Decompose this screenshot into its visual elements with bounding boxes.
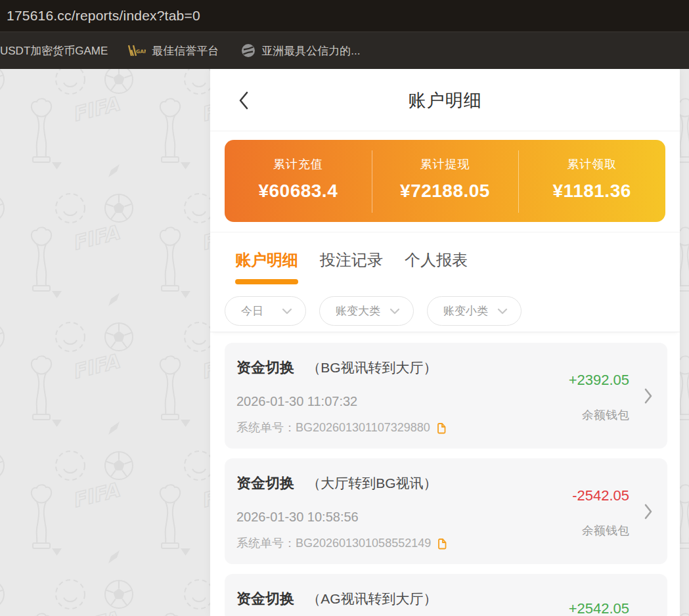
summary-label: 累计提现 bbox=[420, 156, 470, 172]
record-subtitle: （大厅转到BG视讯） bbox=[307, 475, 437, 491]
bookmark-label: USDT加密货币GAME bbox=[0, 43, 108, 58]
tabs-row: 账户明细 投注记录 个人报表 bbox=[210, 232, 680, 289]
record-type: 资金切换 bbox=[236, 475, 294, 491]
record-row[interactable]: 资金切换 （大厅转到BG视讯） 2026-01-30 10:58:56 系统单号… bbox=[225, 458, 667, 564]
summary-section: 累计充值 ¥60683.4 累计提现 ¥72188.05 累计领取 ¥1181.… bbox=[210, 131, 680, 232]
filter-change-minor-dropdown[interactable]: 账变小类 bbox=[427, 296, 522, 326]
summary-total-deposit: 累计充值 ¥60683.4 bbox=[225, 140, 372, 222]
record-wallet: 余额钱包 bbox=[572, 523, 629, 539]
record-title-row: 资金切换 （大厅转到BG视讯） bbox=[236, 474, 569, 493]
record-subtitle: （BG视讯转到大厅） bbox=[307, 360, 437, 375]
record-title-row: 资金切换 （BG视讯转到大厅） bbox=[236, 359, 569, 377]
bookmark-label: 最佳信誉平台 bbox=[152, 43, 219, 58]
bookmarks-bar: USDT加密货币GAME GAME 最佳信誉平台 亚洲最具公信力的... bbox=[0, 32, 689, 69]
browser-url-bar[interactable]: 175616.cc/reports/index?tab=0 bbox=[0, 0, 689, 32]
order-number: BG202601301107329880 bbox=[296, 420, 430, 435]
record-amount-block: +2392.05 余额钱包 bbox=[569, 372, 629, 423]
record-row[interactable]: 资金切换 （AG视讯转到大厅） +2542.05 bbox=[225, 574, 667, 616]
tab-account-detail[interactable]: 账户明细 bbox=[235, 250, 298, 289]
tab-personal-report[interactable]: 个人报表 bbox=[405, 250, 468, 289]
record-amount: -2542.05 bbox=[572, 487, 629, 504]
chevron-down-icon bbox=[389, 308, 400, 315]
chevron-right-icon bbox=[644, 387, 653, 405]
filter-label: 账变大类 bbox=[336, 303, 380, 319]
record-order-row: 系统单号： BG202601301058552149 bbox=[236, 535, 569, 551]
filter-label: 今日 bbox=[241, 303, 263, 319]
tab-label: 投注记录 bbox=[320, 250, 383, 271]
order-label: 系统单号： bbox=[236, 535, 296, 551]
gold-game-logo-icon: GAME bbox=[127, 44, 146, 57]
tab-label: 个人报表 bbox=[405, 250, 468, 271]
chevron-down-icon bbox=[497, 308, 508, 315]
summary-value: ¥72188.05 bbox=[400, 181, 490, 202]
record-title-row: 资金切换 （AG视讯转到大厅） bbox=[236, 590, 569, 608]
order-number: BG202601301058552149 bbox=[296, 535, 431, 551]
account-detail-panel: 账户明细 累计充值 ¥60683.4 累计提现 ¥72188.05 累计领取 ¥… bbox=[210, 69, 680, 616]
tab-label: 账户明细 bbox=[235, 250, 298, 271]
chevron-right-icon bbox=[644, 503, 653, 520]
record-datetime: 2026-01-30 11:07:32 bbox=[236, 393, 569, 410]
record-row[interactable]: 资金切换 （BG视讯转到大厅） 2026-01-30 11:07:32 系统单号… bbox=[225, 343, 667, 449]
bookmark-label: 亚洲最具公信力的... bbox=[261, 43, 360, 58]
order-label: 系统单号： bbox=[236, 420, 296, 435]
record-list: 资金切换 （BG视讯转到大厅） 2026-01-30 11:07:32 系统单号… bbox=[210, 332, 680, 616]
record-type: 资金切换 bbox=[236, 590, 294, 607]
record-subtitle: （AG视讯转到大厅） bbox=[307, 591, 437, 606]
tab-bet-records[interactable]: 投注记录 bbox=[320, 250, 383, 289]
summary-label: 累计领取 bbox=[567, 156, 617, 172]
copy-icon[interactable] bbox=[435, 422, 446, 434]
bookmark-best-platform[interactable]: GAME 最佳信誉平台 bbox=[127, 43, 219, 58]
filter-change-major-dropdown[interactable]: 账变大类 bbox=[319, 296, 414, 326]
filter-label: 账变小类 bbox=[443, 303, 488, 319]
page-url[interactable]: 175616.cc/reports/index?tab=0 bbox=[0, 8, 200, 24]
record-amount: +2392.05 bbox=[569, 372, 629, 389]
summary-total-claimed: 累计领取 ¥1181.36 bbox=[518, 140, 665, 222]
bookmark-usdt-game[interactable]: USDT加密货币GAME bbox=[0, 43, 108, 58]
summary-value: ¥60683.4 bbox=[258, 181, 338, 202]
svg-text:GAME: GAME bbox=[136, 49, 146, 55]
page-title: 账户明细 bbox=[210, 69, 680, 131]
active-tab-underline bbox=[235, 279, 298, 284]
record-amount: +2542.05 bbox=[569, 600, 629, 616]
globe-icon bbox=[241, 43, 256, 58]
copy-icon[interactable] bbox=[436, 537, 447, 550]
summary-card: 累计充值 ¥60683.4 累计提现 ¥72188.05 累计领取 ¥1181.… bbox=[225, 140, 665, 222]
record-datetime: 2026-01-30 10:58:56 bbox=[236, 508, 569, 525]
filter-date-dropdown[interactable]: 今日 bbox=[225, 296, 306, 326]
summary-value: ¥1181.36 bbox=[553, 181, 631, 202]
summary-label: 累计充值 bbox=[273, 156, 323, 172]
record-type: 资金切换 bbox=[236, 359, 294, 376]
chevron-down-icon bbox=[282, 308, 292, 315]
page-header: 账户明细 bbox=[210, 69, 680, 131]
record-order-row: 系统单号： BG202601301107329880 bbox=[236, 420, 569, 435]
bookmark-asia-trust[interactable]: 亚洲最具公信力的... bbox=[241, 43, 360, 58]
record-amount-block: -2542.05 余额钱包 bbox=[572, 487, 629, 539]
record-wallet: 余额钱包 bbox=[569, 407, 629, 423]
record-amount-block: +2542.05 bbox=[569, 600, 629, 616]
filters-row: 今日 账变大类 账变小类 bbox=[210, 289, 680, 332]
summary-total-withdraw: 累计提现 ¥72188.05 bbox=[372, 140, 519, 222]
